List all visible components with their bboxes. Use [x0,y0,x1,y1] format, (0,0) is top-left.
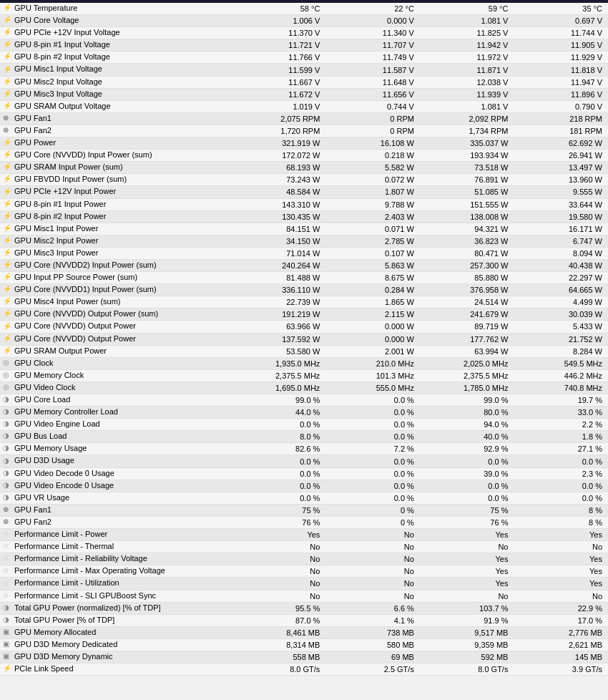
table-row: ▣GPU D3D Memory Dynamic 558 MB 69 MB 592… [0,651,608,663]
metric-value-4: No [514,541,608,553]
metric-value-3: 335.037 W [420,137,514,150]
metric-label: ⚡GPU Core (NVVDD) Output Power [0,321,232,333]
metric-value-4: 11.818 V [514,64,608,76]
metric-label: ⚡GPU Misc3 Input Voltage [0,88,232,100]
table-row: ◑GPU Video Decode 0 Usage 0.0 % 0.0 % 39… [0,467,608,480]
table-row: ⚡GPU SRAM Output Voltage 1.019 V 0.744 V… [0,100,608,112]
metric-label: ⚡GPU Temperature [0,3,232,15]
metric-value-2: 6.6 % [325,602,420,614]
metric-value-4: 5.433 W [514,321,608,333]
metric-value-1: 0.0 % [232,492,326,504]
metric-value-2: 2.5 GT/s [325,663,420,676]
metric-value-1: 84.151 W [232,223,326,235]
metric-label: ⊝Performance Limit - Utilization [0,578,232,590]
metric-value-2: 0 RPM [325,112,420,125]
metric-value-3: 80.471 W [420,247,514,259]
metric-value-1: 172.072 W [232,150,326,162]
metric-value-4: 19.580 W [514,210,608,223]
metric-value-3: 103.7 % [420,602,514,614]
lightning-icon: ⚡ [3,273,13,283]
lightning-icon: ⚡ [3,285,13,295]
metric-value-2: 0.0 % [325,467,420,480]
metric-value-4: 30.039 W [514,308,608,321]
metric-label: ⚡GPU SRAM Output Power [0,345,232,357]
metric-value-3: Yes [420,553,514,565]
lightning-icon: ⚡ [3,16,13,26]
metric-value-1: 58 °C [232,3,326,15]
metric-value-2: 2.785 W [325,235,420,247]
metric-value-1: 99.0 % [232,394,326,407]
perf-icon: ⊝ [3,579,13,589]
metric-value-2: 11.340 V [325,27,420,39]
lightning-icon: ⚡ [3,77,13,87]
perf-icon: ⊝ [3,542,13,552]
metric-label: ▣GPU D3D Memory Dedicated [0,638,232,651]
metric-value-1: 48.584 W [232,186,326,198]
lightning-icon: ⚡ [3,236,13,246]
lightning-icon: ⚡ [3,102,13,112]
metric-value-2: 2.403 W [325,210,420,223]
metric-value-4: No [514,590,608,602]
perf-icon: ⊝ [3,530,13,540]
metric-value-3: 92.9 % [420,443,514,455]
metric-value-1: 95.5 % [232,602,326,614]
metric-value-1: 87.0 % [232,614,326,626]
metric-label: ⚡GPU Misc2 Input Power [0,235,232,247]
fan-icon: ⊛ [3,505,13,515]
metric-value-2: 0.284 W [325,284,420,296]
metric-value-2: 580 MB [325,638,420,651]
table-row: ⊛GPU Fan2 76 % 0 % 76 % 8 % [0,516,608,528]
metric-value-4: 11.947 V [514,76,608,88]
metric-value-4: 22.297 W [514,272,608,284]
metric-value-4: 8.284 W [514,345,608,357]
metric-label: ◑GPU Video Decode 0 Usage [0,467,232,480]
metric-value-1: 8,314 MB [232,638,326,651]
metric-value-4: 11.896 V [514,88,608,100]
metric-value-3: 11.825 V [420,27,514,39]
metric-label: ⚡GPU Power [0,137,232,150]
table-row: ⚡GPU Misc3 Input Power 71.014 W 0.107 W … [0,247,608,259]
mem-icon: ▣ [3,628,13,638]
metric-value-3: 177.762 W [420,333,514,345]
table-row: ⚡GPU 8-pin #1 Input Voltage 11.721 V 11.… [0,39,608,52]
metric-value-1: 1,720 RPM [232,125,326,137]
metric-value-2: 22 °C [325,3,420,15]
metric-value-1: No [232,553,326,565]
metric-value-4: 8.094 W [514,247,608,259]
metric-value-4: 1.8 % [514,431,608,443]
metric-value-4: 33.0 % [514,407,608,419]
gauge-icon: ◑ [3,419,13,429]
gauge-icon: ◑ [3,444,13,454]
table-row: ⚡GPU Misc1 Input Power 84.151 W 0.071 W … [0,223,608,235]
metric-value-1: 0.0 % [232,467,326,480]
metric-value-4: 8 % [514,516,608,528]
metric-label: ◑GPU Core Load [0,394,232,407]
metric-value-3: 89.719 W [420,321,514,333]
lightning-icon: ⚡ [3,346,13,356]
metric-value-4: 446.2 MHz [514,369,608,381]
table-row: ◑GPU Bus Load 8.0 % 0.0 % 40.0 % 1.8 % [0,431,608,443]
lightning-icon: ⚡ [3,162,13,172]
perf-icon: ⊝ [3,554,13,564]
metric-value-3: Yes [420,529,514,541]
metric-value-3: 376.958 W [420,284,514,296]
table-row: ⊛GPU Fan1 2,075 RPM 0 RPM 2,092 RPM 218 … [0,112,608,125]
metric-value-4: Yes [514,565,608,578]
gauge-icon: ◑ [3,603,13,613]
metric-value-4: 16.171 W [514,223,608,235]
metric-value-3: 193.934 W [420,150,514,162]
metric-value-4: 0.790 V [514,100,608,112]
metric-value-1: 8.0 GT/s [232,663,326,676]
metric-value-1: 143.310 W [232,198,326,210]
metric-label: ⚡PCIe Link Speed [0,663,232,676]
metric-label: ▣GPU Memory Allocated [0,626,232,638]
metric-value-4: 145 MB [514,651,608,663]
metric-value-1: 82.6 % [232,443,326,455]
table-row: ⚡GPU Misc1 Input Voltage 11.599 V 11.587… [0,64,608,76]
metric-value-2: 0 % [325,516,420,528]
metric-label: ⚡GPU SRAM Input Power (sum) [0,162,232,174]
metric-value-3: 39.0 % [420,467,514,480]
table-row: ⚡GPU Misc2 Input Voltage 11.667 V 11.648… [0,76,608,88]
metric-value-1: 73.243 W [232,174,326,186]
metric-value-3: 8.0 GT/s [420,663,514,676]
